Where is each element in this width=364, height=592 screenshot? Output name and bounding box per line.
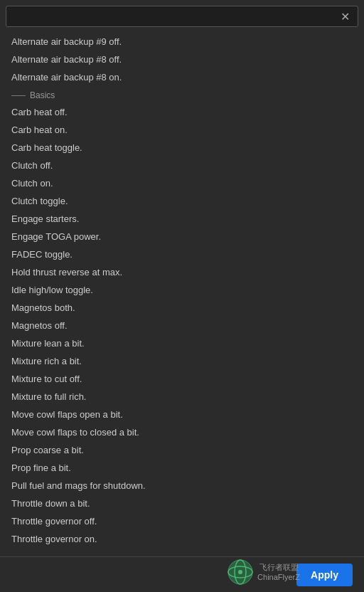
list-item[interactable]: Pull fuel and mags for shutdown. bbox=[0, 477, 364, 495]
watermark-text: 飞行者联盟 ChinaFlyerZ bbox=[257, 562, 300, 583]
list-item[interactable]: Engage starters. bbox=[0, 210, 364, 228]
list-item[interactable]: Prop coarse a bit. bbox=[0, 441, 364, 459]
svg-point-3 bbox=[238, 570, 242, 574]
list-item[interactable]: Alternate air backup #8 off. bbox=[0, 51, 364, 68]
list-item[interactable]: Magnetos both. bbox=[0, 299, 364, 317]
list-item[interactable]: Carb heat toggle. bbox=[0, 139, 364, 157]
list-item[interactable]: Throttle governor toggle. bbox=[0, 548, 364, 554]
list-item[interactable]: Engage TOGA power. bbox=[0, 228, 364, 245]
list-item[interactable]: Mixture rich a bit. bbox=[0, 352, 364, 370]
list-item[interactable]: Mixture lean a bit. bbox=[0, 334, 364, 352]
list-item[interactable]: Throttle down a bit. bbox=[0, 495, 364, 512]
list-item[interactable]: Clutch off. bbox=[0, 157, 364, 174]
list-item[interactable]: Mixture to cut off. bbox=[0, 370, 364, 388]
list-item[interactable]: Clutch toggle. bbox=[0, 192, 364, 210]
list-item[interactable]: Prop fine a bit. bbox=[0, 459, 364, 477]
list-item[interactable]: Alternate air backup #9 off. bbox=[0, 33, 364, 51]
list-container: Alternate air backup #9 off.Alternate ai… bbox=[0, 33, 364, 554]
list-item[interactable]: Carb heat on. bbox=[0, 121, 364, 139]
section-header: Basics bbox=[0, 86, 364, 103]
watermark-logo bbox=[228, 559, 253, 585]
list-item[interactable]: Magnetos off. bbox=[0, 317, 364, 334]
list-item[interactable]: Alternate air backup #8 on. bbox=[0, 68, 364, 86]
list-item[interactable]: Idle high/low toggle. bbox=[0, 281, 364, 299]
list-item[interactable]: Throttle governor off. bbox=[0, 512, 364, 530]
search-bar[interactable]: ✕ bbox=[6, 6, 358, 27]
list-item[interactable]: Throttle governor on. bbox=[0, 530, 364, 548]
close-icon[interactable]: ✕ bbox=[338, 9, 352, 23]
list-item[interactable]: Clutch on. bbox=[0, 174, 364, 192]
list-item[interactable]: FADEC toggle. bbox=[0, 245, 364, 263]
list-item[interactable]: Hold thrust reverse at max. bbox=[0, 263, 364, 281]
list-item[interactable]: Mixture to full rich. bbox=[0, 388, 364, 406]
bottom-bar: 飞行者联盟 ChinaFlyerZ Apply bbox=[0, 556, 364, 592]
list-item[interactable]: Carb heat off. bbox=[0, 103, 364, 121]
search-input[interactable] bbox=[12, 11, 338, 22]
watermark: 飞行者联盟 ChinaFlyerZ bbox=[228, 559, 300, 585]
list-item[interactable]: Move cowl flaps to closed a bit. bbox=[0, 423, 364, 441]
list-item[interactable]: Move cowl flaps open a bit. bbox=[0, 406, 364, 423]
apply-button[interactable]: Apply bbox=[296, 564, 353, 586]
